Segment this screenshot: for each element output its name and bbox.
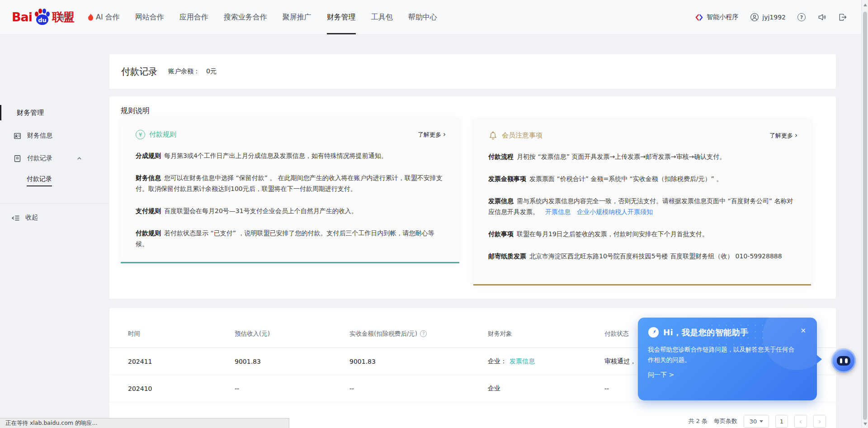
scroll-down-arrow-icon[interactable] [863, 423, 867, 425]
cell-received: 9001.83 [349, 358, 488, 365]
more-label: 了解更多 [418, 131, 441, 139]
nav-item-app-cooperation[interactable]: 应用合作 [179, 0, 208, 34]
cell-time: 202410 [128, 385, 235, 392]
close-icon[interactable]: ✕ [800, 327, 806, 335]
top-nav-bar: Bai du 联盟 首页 AI 合作 网站合作 [0, 0, 868, 34]
rule-text: 百度联盟会在每月20号—31号支付企业会员上个自然月产生的收入。 [164, 207, 358, 214]
nav-label: 应用合作 [179, 13, 208, 22]
announcement-speaker-icon[interactable] [817, 13, 826, 22]
nav-label: 聚屏推广 [283, 13, 311, 22]
sidebar-divider [0, 203, 108, 204]
payment-record-badge-icon [13, 154, 22, 163]
rule-item: 财务信息您可以在财务信息中选择 “保留付款” 。 在此期间您产生的收入将在账户内… [136, 172, 446, 194]
rule-text: 北京市海淀区西北旺东路10号院百度科技园5号楼 百度联盟财务组（收） 010-5… [529, 252, 782, 260]
main-nav: 首页 AI 合作 网站合作 应用合作 搜索业务合作 聚屏推广 财务管理 工具包 … [58, 0, 437, 34]
nav-label: 帮助中心 [408, 13, 437, 22]
help-icon[interactable]: ? [797, 13, 806, 21]
page-number-button[interactable]: 1 [775, 415, 788, 428]
rule-text: 联盟在每月19日之后签收的发票，付款时间安排在下个月首批支付。 [517, 230, 708, 238]
ask-now-link[interactable]: 问一下 > [648, 371, 807, 379]
nav-item-screen-promotion[interactable]: 聚屏推广 [283, 0, 311, 34]
nav-item-finance-management[interactable]: 财务管理 [327, 0, 356, 34]
sidebar-item-payment-records[interactable]: 付款记录 [0, 150, 108, 166]
finance-object-label: 企业： [488, 357, 507, 366]
nav-item-search-cooperation[interactable]: 搜索业务合作 [224, 0, 267, 34]
pagination: 共 2 条 每页条数 30 1 ‹ › [688, 415, 826, 428]
payment-rules-card-title: 付款规则 [149, 130, 418, 139]
rule-text: 每月第3或4个工作日产出上月分成信息及发票信息，如有特殊情况将提前通知。 [164, 152, 387, 159]
assistant-popup: Hi，我是您的智能助手 ✕ 我会帮助您诊断合作链路问题，以及解答您关于任何合作相… [638, 318, 817, 400]
cell-estimated: 9001.83 [235, 358, 349, 365]
rule-label: 发票金额事项 [488, 175, 526, 182]
member-notice-card-header: 会员注意事项 了解更多 › [473, 119, 811, 140]
svg-text:du: du [38, 17, 47, 24]
assistant-robot-avatar[interactable] [831, 348, 856, 373]
rule-item: 发票金额事项发票票面 “价税合计” 金额=系统中 “实收金额（扣除税费后/元）”… [488, 173, 797, 184]
vertical-scrollbar[interactable] [861, 0, 868, 428]
nav-item-toolkit[interactable]: 工具包 [371, 0, 393, 34]
invoice-info-table-link[interactable]: 发票信息 [509, 357, 535, 366]
nav-label: 首页 [58, 13, 72, 22]
chevron-right-icon: › [795, 132, 797, 139]
nav-item-help-center[interactable]: 帮助中心 [408, 0, 437, 34]
sidebar-collapse-button[interactable]: 收起 [0, 209, 108, 226]
flame-icon [88, 14, 94, 21]
popup-tail [816, 355, 822, 364]
rule-item: 付款事项联盟在每月19日之后签收的发票，付款时间安排在下个月首批支付。 [488, 228, 797, 239]
active-section-indicator [0, 105, 1, 120]
nav-item-ai-cooperation[interactable]: AI 合作 [88, 0, 120, 34]
nav-item-website-cooperation[interactable]: 网站合作 [135, 0, 164, 34]
user-icon [750, 13, 759, 22]
column-header-estimated-income: 预估收入(元) [235, 330, 349, 338]
chevron-right-icon: › [443, 131, 446, 138]
nav-label: 搜索业务合作 [224, 13, 267, 22]
column-label: 财务对象 [488, 330, 512, 338]
page-size-label: 每页条数 [714, 417, 737, 425]
payment-rules-more-link[interactable]: 了解更多 › [418, 131, 446, 139]
rule-item: 发票信息需与系统内发票信息内容完全一致，否则无法支付。请根据发票信息页面中 “百… [488, 195, 797, 217]
chevron-up-icon[interactable] [76, 156, 82, 162]
nav-item-home[interactable]: 首页 [58, 0, 72, 34]
rule-item: 付款流程月初按 “发票信息” 页面开具发票→上传发票→邮寄发票→审核→确认支付。 [488, 151, 797, 162]
prev-page-button[interactable]: ‹ [794, 415, 807, 428]
sidebar-section-title: 财务管理 [17, 109, 44, 117]
payment-rules-card-header: ¥ 付款规则 了解更多 › [121, 118, 459, 139]
logout-icon[interactable] [838, 13, 847, 22]
page-size-select[interactable]: 30 [744, 415, 769, 428]
cell-received: -- [349, 385, 488, 392]
rule-label: 分成规则 [136, 152, 161, 159]
cell-time: 202411 [128, 358, 235, 365]
column-header-received-amount: 实收金额(扣除税费后/元) ? [349, 330, 488, 338]
collapse-menu-icon [11, 214, 20, 222]
scroll-up-arrow-icon[interactable] [863, 4, 867, 6]
small-taxpayer-notice-link[interactable]: 企业小规模纳税人开票须知 [577, 208, 653, 215]
robot-eye [845, 358, 848, 363]
question-circle-icon[interactable]: ? [420, 330, 427, 337]
rule-item: 付款规则若付款状态显示 “已支付” ，说明联盟已安排了您的付款。支付后三个工作日… [136, 228, 446, 249]
rule-label: 付款规则 [136, 229, 161, 237]
column-label: 实收金额(扣除税费后/元) [349, 330, 417, 338]
rule-text: 您可以在财务信息中选择 “保留付款” 。 在此期间您产生的收入将在账户内进行累计… [136, 174, 443, 192]
total-count-label: 共 2 条 [688, 417, 708, 425]
scrollbar-thumb[interactable] [863, 12, 867, 420]
compass-icon [648, 327, 659, 338]
next-page-button[interactable]: › [813, 415, 826, 428]
assistant-message: 我会帮助您诊断合作链路问题，以及解答您关于任何合作相关的问题。 [648, 344, 799, 365]
sidebar-subitem-payment-records[interactable]: 付款记录 [0, 172, 108, 189]
assistant-popup-header: Hi，我是您的智能助手 ✕ [648, 327, 807, 338]
user-account[interactable]: jyj1992 [750, 13, 786, 22]
cell-estimated: -- [235, 385, 349, 392]
sidebar-item-finance-info[interactable]: 财务信息 [0, 128, 108, 144]
nav-label: 工具包 [371, 13, 393, 22]
cell-finance-object: 企业： 发票信息 [488, 357, 604, 366]
baidu-paw-icon: du [33, 8, 51, 25]
account-balance-label: 账户余额： [168, 67, 200, 76]
coin-yen-icon: ¥ [136, 130, 145, 139]
username-label: jyj1992 [762, 14, 786, 21]
sidebar-subitem-label: 付款记录 [27, 175, 52, 186]
rules-panel: 规则说明 ¥ 付款规则 了解更多 › 分成规则每月第3或4个工作日产出上月分成信… [109, 96, 836, 299]
invoice-info-link[interactable]: 开票信息 [545, 208, 571, 215]
smart-mini-program-link[interactable]: 智能小程序 [694, 13, 738, 22]
sidebar-item-label: 财务信息 [27, 132, 52, 140]
member-notice-more-link[interactable]: 了解更多 › [769, 132, 797, 140]
